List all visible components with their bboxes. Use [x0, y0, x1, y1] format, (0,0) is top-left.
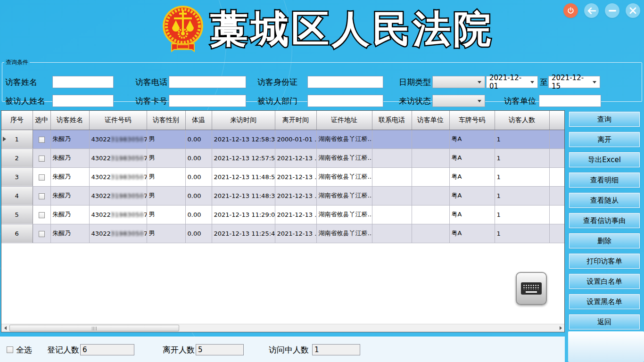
visitor-phone-label: 访客电话 [135, 76, 167, 88]
scrollbar-thumb[interactable] [9, 325, 179, 331]
row-select-cell [33, 148, 50, 167]
row-select-cell [33, 186, 50, 205]
column-header-filler[interactable] [549, 111, 565, 130]
cell-id: 430223198305074518 [89, 186, 147, 205]
minimize-button[interactable] [605, 3, 619, 18]
row-checkbox[interactable] [39, 156, 45, 162]
export-excel-button[interactable]: 导出Excel [569, 152, 640, 168]
date-from-value: 2021-12-01 [489, 74, 527, 90]
cell-filler [549, 130, 565, 148]
query-conditions-panel: 查询条件 访客姓名 访客电话 访客身份证 日期类型 2021-12-01 至 2… [2, 58, 642, 102]
visiting-count-field[interactable] [312, 344, 360, 355]
scroll-left-button[interactable] [1, 324, 9, 332]
date-to-picker[interactable]: 2021-12-15 [548, 76, 600, 88]
column-header-index[interactable]: 序号 [1, 111, 33, 130]
cell-id: 430223198305074518 [89, 130, 147, 148]
cell-gender: 男 [147, 224, 185, 243]
cell-name: 朱醒乃 [50, 224, 89, 243]
view-detail-button[interactable]: 查看明细 [569, 172, 640, 188]
column-header-address[interactable]: 证件地址 [316, 111, 372, 130]
table-row[interactable]: 1朱醒乃430223198305074518男0.002021-12-13 12… [1, 130, 565, 148]
set-whitelist-button[interactable]: 设置白名单 [569, 273, 640, 289]
visit-status-label: 来访状态 [399, 95, 431, 107]
cell-phone [372, 186, 412, 205]
visited-name-input[interactable] [52, 95, 114, 107]
date-type-select[interactable] [432, 76, 485, 88]
id-masked-digits: 31983050 [111, 155, 144, 162]
table-row[interactable]: 2朱醒乃430223198305074518男0.002021-12-13 12… [1, 148, 565, 167]
query-button[interactable]: 查询 [569, 111, 640, 127]
table-row[interactable]: 6朱醒乃430223198305074518男0.002021-12-13 11… [1, 224, 565, 243]
cell-name: 朱醒乃 [50, 130, 89, 148]
chevron-down-icon [478, 81, 481, 83]
cell-phone [372, 148, 412, 167]
set-blacklist-button[interactable]: 设置黑名单 [569, 294, 640, 310]
row-checkbox[interactable] [39, 231, 45, 237]
column-header-gender[interactable]: 访客性别 [147, 111, 185, 130]
back-button[interactable]: 返回 [569, 314, 640, 330]
view-petition-button[interactable]: 查看信访事由 [569, 213, 640, 229]
delete-button[interactable]: 删除 [569, 233, 640, 249]
column-header-count[interactable]: 访客人数 [495, 111, 549, 130]
table-row[interactable]: 5朱醒乃430223198305074518男0.002021-12-13 11… [1, 205, 565, 224]
row-header-cell[interactable]: 1 [1, 130, 33, 148]
footer-right-panel [568, 331, 644, 362]
date-from-picker[interactable]: 2021-12-01 [486, 76, 538, 88]
visitor-phone-input[interactable] [169, 76, 246, 88]
summary-footer-panel: 全选 登记人数 离开人数 访问中人数 [0, 337, 565, 362]
column-header-id[interactable]: 证件号码 [89, 111, 147, 130]
cell-leave: 2021-12-13 ... [275, 224, 316, 243]
cell-name: 朱醒乃 [50, 205, 89, 224]
cell-plate: 粤A [449, 148, 495, 167]
column-header-temp[interactable]: 体温 [185, 111, 212, 130]
column-header-phone[interactable]: 联系电话 [372, 111, 412, 130]
row-header-cell[interactable]: 6 [1, 224, 33, 243]
cell-temp: 0.00 [185, 167, 212, 186]
cell-plate: 粤A [449, 130, 495, 148]
back-button[interactable] [584, 3, 599, 18]
select-all-checkbox[interactable] [7, 346, 13, 353]
view-follower-button[interactable]: 查看随从 [569, 192, 640, 208]
cell-leave: 2021-12-13 ... [275, 205, 316, 224]
cell-name: 朱醒乃 [50, 148, 89, 167]
close-button[interactable] [626, 3, 640, 18]
page-title: 藁城区人民法院 [210, 6, 484, 53]
column-header-unit[interactable]: 访客单位 [412, 111, 449, 130]
visitor-id-input[interactable] [307, 76, 383, 88]
row-header-cell[interactable]: 3 [1, 167, 33, 186]
leave-button[interactable]: 离开 [569, 132, 640, 148]
row-header-cell[interactable]: 5 [1, 205, 33, 224]
column-header-checkbox[interactable]: 选中 [33, 111, 50, 130]
column-header-arrive[interactable]: 来访时间 [212, 111, 275, 130]
row-checkbox[interactable] [39, 193, 45, 199]
cell-unit [412, 205, 449, 224]
visit-status-select[interactable] [432, 95, 485, 107]
cell-unit [412, 130, 449, 148]
visitor-name-input[interactable] [52, 76, 114, 88]
registered-count-label: 登记人数 [47, 344, 79, 355]
row-checkbox[interactable] [39, 212, 45, 218]
column-header-leave[interactable]: 离开时间 [275, 111, 316, 130]
row-header-cell[interactable]: 4 [1, 186, 33, 205]
column-header-plate[interactable]: 车牌号码 [449, 111, 495, 130]
visitor-card-input[interactable] [169, 95, 246, 107]
row-checkbox[interactable] [39, 174, 45, 181]
column-header-name[interactable]: 访客姓名 [50, 111, 89, 130]
row-header-cell[interactable]: 2 [1, 148, 33, 167]
row-checkbox[interactable] [39, 137, 45, 143]
query-legend: 查询条件 [4, 58, 30, 66]
virtual-keyboard-button[interactable] [516, 272, 547, 305]
table-row[interactable]: 4朱醒乃430223198305074518男0.002021-12-13 11… [1, 186, 565, 205]
id-masked-digits: 31983050 [111, 136, 144, 143]
visitor-card-label: 访客卡号 [135, 95, 167, 107]
print-visitor-button[interactable]: 打印访客单 [569, 253, 640, 269]
scroll-right-button[interactable] [557, 324, 564, 332]
table-row[interactable]: 3朱醒乃430223198305074518男0.002021-12-13 11… [1, 167, 565, 186]
cell-plate: 粤A [449, 167, 495, 186]
horizontal-scrollbar[interactable] [1, 324, 564, 332]
registered-count-field[interactable] [80, 344, 134, 355]
power-button[interactable] [563, 3, 578, 18]
visitor-unit-input[interactable] [539, 95, 601, 107]
left-count-field[interactable] [196, 344, 244, 355]
visited-dept-input[interactable] [307, 95, 383, 107]
